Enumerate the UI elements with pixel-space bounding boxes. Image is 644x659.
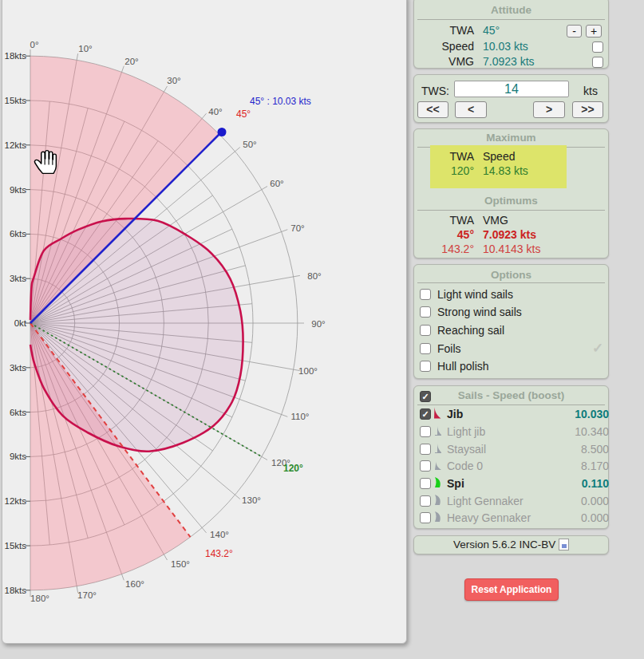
svg-text:18kts: 18kts: [5, 586, 27, 595]
svg-text:6kts: 6kts: [10, 229, 26, 239]
svg-text:45°: 45°: [236, 109, 251, 120]
svg-text:100°: 100°: [298, 366, 318, 376]
svg-text:15kts: 15kts: [5, 96, 27, 105]
svg-text:120°: 120°: [283, 463, 303, 474]
svg-text:170°: 170°: [77, 590, 97, 600]
svg-text:12kts: 12kts: [5, 140, 27, 150]
svg-text:50°: 50°: [243, 140, 256, 149]
svg-text:160°: 160°: [125, 579, 144, 589]
svg-text:0kt: 0kt: [14, 318, 27, 328]
svg-text:180°: 180°: [30, 594, 49, 603]
svg-text:18kts: 18kts: [5, 51, 27, 61]
svg-text:9kts: 9kts: [10, 185, 26, 195]
svg-text:10°: 10°: [78, 44, 92, 53]
svg-text:3kts: 3kts: [10, 274, 26, 283]
svg-text:70°: 70°: [290, 223, 304, 233]
svg-text:0°: 0°: [30, 40, 39, 49]
svg-text:110°: 110°: [291, 412, 310, 421]
svg-text:45° : 10.03 kts: 45° : 10.03 kts: [250, 96, 311, 107]
svg-text:15kts: 15kts: [5, 541, 27, 550]
svg-text:3kts: 3kts: [10, 363, 26, 373]
svg-text:130°: 130°: [242, 495, 261, 505]
svg-text:20°: 20°: [124, 57, 138, 66]
svg-text:60°: 60°: [270, 179, 283, 188]
svg-text:40°: 40°: [208, 107, 222, 116]
svg-text:30°: 30°: [167, 76, 180, 85]
svg-text:80°: 80°: [307, 271, 321, 281]
svg-text:6kts: 6kts: [10, 408, 26, 417]
svg-text:140°: 140°: [210, 530, 229, 539]
svg-text:90°: 90°: [311, 319, 325, 329]
svg-text:12kts: 12kts: [5, 496, 27, 506]
svg-text:9kts: 9kts: [10, 452, 26, 461]
svg-text:143.2°: 143.2°: [205, 548, 233, 559]
svg-text:150°: 150°: [171, 559, 190, 569]
